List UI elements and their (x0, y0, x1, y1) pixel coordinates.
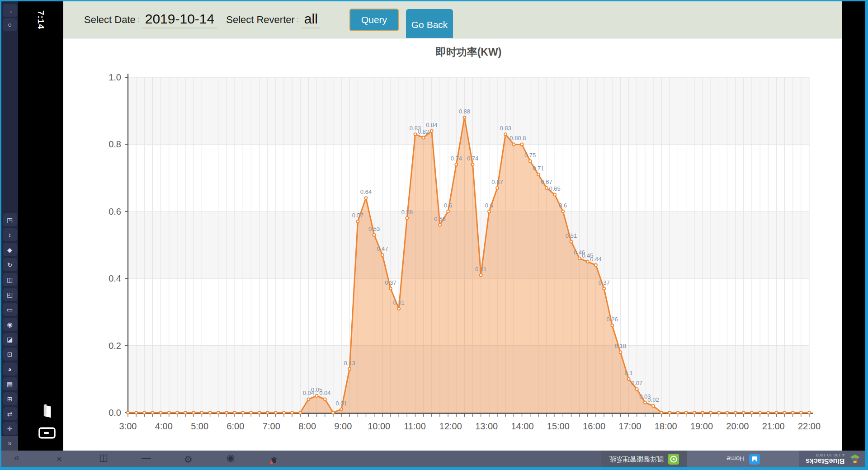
svg-text:0.65: 0.65 (549, 185, 560, 192)
svg-text:0.58: 0.58 (401, 209, 413, 216)
minimized-window-nav-icon[interactable] (38, 427, 56, 439)
copy-window-icon: ◫ (7, 276, 13, 283)
svg-text:0.71: 0.71 (533, 165, 544, 172)
chevron-right-icon: » (8, 439, 12, 447)
multi-window-button[interactable]: ◳ (3, 213, 17, 226)
home-tab-label: Home (726, 455, 745, 463)
svg-text:15:00: 15:00 (547, 421, 570, 431)
home-circle-button[interactable]: ○ (3, 18, 17, 31)
svg-text:0.51: 0.51 (566, 232, 577, 239)
svg-text:0.64: 0.64 (360, 188, 372, 195)
minimize-button[interactable]: — (142, 451, 184, 467)
game-controls-button[interactable]: ⊞ (3, 392, 17, 405)
notification-bell-button[interactable] (269, 451, 311, 467)
bluestacks-side-toolbar: →○ ◳↕◆↻◫◰▭◉◪⊡◕▤⊞⇄✛ » (1, 1, 18, 451)
svg-text:8:00: 8:00 (298, 421, 316, 431)
location-icon: ◆ (7, 246, 12, 254)
home-tab-icon (749, 454, 760, 465)
svg-text:0.6: 0.6 (444, 202, 452, 209)
svg-text:0.18: 0.18 (615, 343, 626, 349)
record-icon: ◉ (7, 321, 12, 328)
svg-text:0.88: 0.88 (459, 108, 470, 115)
video-button[interactable]: ▭ (3, 303, 17, 316)
svg-text:22:00: 22:00 (798, 421, 821, 431)
region-capture-button[interactable]: ⊡ (3, 348, 17, 361)
rotate-screen-icon: ⇄ (7, 410, 13, 418)
svg-text:12:00: 12:00 (439, 421, 462, 431)
svg-text:0.6: 0.6 (108, 207, 121, 216)
svg-text:0.37: 0.37 (598, 279, 609, 286)
record-button[interactable]: ◉ (3, 318, 17, 331)
svg-text:0.41: 0.41 (475, 266, 486, 273)
bluestacks-logo-icon (849, 453, 861, 465)
fullscreen-button[interactable]: ✛ (3, 422, 17, 435)
more-chevrons-icon: » (14, 454, 19, 465)
record-circle-icon: ◉ (226, 454, 235, 465)
copy-window-button[interactable]: ◫ (3, 273, 17, 286)
close-button[interactable]: × (57, 451, 99, 467)
app-tab[interactable]: 凯泽智能管理系统 (601, 451, 687, 467)
svg-text:6:00: 6:00 (226, 421, 244, 431)
shake-icon: ↕ (8, 231, 11, 239)
rotate-screen-button[interactable]: ⇄ (3, 407, 17, 420)
svg-text:1.0: 1.0 (108, 72, 121, 82)
svg-text:0.67: 0.67 (541, 179, 552, 185)
back-arrow-button[interactable]: → (3, 4, 17, 17)
close-icon: × (57, 454, 62, 465)
svg-text:0.84: 0.84 (426, 122, 437, 128)
bluestacks-name: BlueStacks (806, 457, 844, 465)
settings-gear-button[interactable]: ⚙ (184, 451, 226, 467)
shake-button[interactable]: ↕ (3, 228, 17, 241)
restore-window-button[interactable]: ◫ (99, 451, 142, 467)
svg-text:19:00: 19:00 (690, 421, 713, 431)
app-toolbar: Select Date : 2019-10-14 Select Reverter… (63, 1, 842, 38)
svg-text:0.8: 0.8 (108, 139, 121, 149)
select-date-colon: : (137, 15, 140, 24)
svg-text:0.02: 0.02 (647, 396, 659, 403)
keyboard-button[interactable]: ▤ (3, 377, 17, 390)
app-area: Select Date : 2019-10-14 Select Reverter… (63, 1, 842, 451)
chart-panel: 1.00.80.60.40.20.03:004:005:006:007:008:… (63, 38, 842, 451)
select-date-label: Select Date (84, 14, 136, 26)
svg-text:14:00: 14:00 (511, 421, 533, 431)
rotate-icon: ↻ (7, 261, 13, 268)
settings-gear-icon: ⚙ (184, 454, 193, 465)
home-tab[interactable]: Home (687, 451, 799, 467)
home-circle-icon: ○ (8, 21, 12, 28)
stream-button[interactable]: ◪ (3, 333, 17, 346)
svg-text:0.37: 0.37 (385, 279, 396, 286)
location-button[interactable]: ◆ (3, 243, 17, 256)
svg-text:18:00: 18:00 (655, 421, 677, 431)
svg-text:0.6: 0.6 (485, 202, 493, 209)
date-picker-value[interactable]: 2019-10-14 (142, 11, 217, 28)
svg-text:0.74: 0.74 (467, 155, 478, 162)
screenshot-icon: ◰ (7, 291, 13, 298)
toolbar-collapse-button[interactable]: » (1, 436, 18, 451)
go-back-button[interactable]: Go Back (406, 9, 453, 38)
svg-text:0.83: 0.83 (500, 125, 511, 132)
svg-text:0.2: 0.2 (108, 341, 121, 351)
more-chevrons-button[interactable]: » (14, 451, 57, 467)
record-circle-button[interactable]: ◉ (226, 451, 269, 467)
svg-text:7:00: 7:00 (263, 421, 280, 431)
rotate-button[interactable]: ↻ (3, 258, 17, 271)
svg-text:即时功率(KW): 即时功率(KW) (436, 46, 502, 58)
svg-text:5:00: 5:00 (191, 421, 208, 431)
folded-page-nav-icon[interactable] (39, 403, 55, 420)
reverter-select-value[interactable]: all (302, 11, 321, 28)
android-nav-strip (842, 1, 865, 451)
svg-text:0.82: 0.82 (418, 128, 429, 135)
keyboard-icon: ▤ (7, 381, 13, 388)
svg-text:0.47: 0.47 (377, 245, 388, 252)
svg-text:0.56: 0.56 (434, 216, 445, 222)
svg-text:0.01: 0.01 (335, 400, 347, 407)
screenshot-button[interactable]: ◰ (3, 288, 17, 301)
eye-button[interactable]: ◕ (3, 362, 17, 376)
region-capture-icon: ⊡ (7, 351, 13, 358)
svg-text:0.74: 0.74 (451, 155, 462, 162)
svg-text:0.31: 0.31 (393, 299, 405, 306)
android-status-strip: 7:14 (18, 1, 63, 451)
query-button[interactable]: Query (349, 9, 399, 31)
svg-text:0.44: 0.44 (590, 256, 601, 263)
svg-text:9:00: 9:00 (334, 421, 352, 431)
